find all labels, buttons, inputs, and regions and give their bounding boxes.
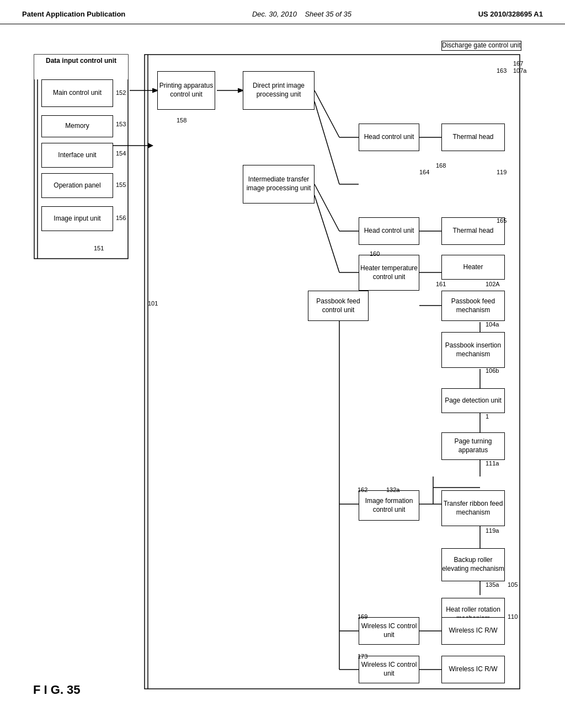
ref-161: 161 (436, 281, 446, 287)
ref-102A: 102A (486, 281, 500, 287)
ref-167: 167 (513, 60, 523, 67)
ref-132a: 132a (386, 486, 399, 493)
ref-162: 162 (358, 486, 367, 493)
page-detection-unit-box: Page detection unit (441, 388, 505, 413)
fig-label: F I G. 35 (33, 683, 81, 697)
operation-panel-box: Operation panel (41, 173, 113, 198)
header-middle: Dec. 30, 2010 Sheet 35 of 35 (252, 10, 351, 18)
wireless-ic-rw-1-box: Wireless IC R/W (441, 617, 505, 645)
ref-152: 152 (116, 89, 126, 96)
passbook-feed-mechanism-box: Passbook feed mechanism (441, 291, 505, 321)
ref-158: 158 (177, 117, 186, 124)
wireless-ic-control-unit-2-box: Wireless IC control unit (359, 656, 419, 683)
thermal-head-1-box: Thermal head (441, 124, 505, 151)
ref-168: 168 (436, 162, 446, 169)
thermal-head-2-box: Thermal head (441, 217, 505, 245)
memory-box: Memory (41, 115, 113, 137)
direct-print-image-processing-unit-box: Direct print image processing unit (243, 71, 315, 110)
ref-104a: 104a (486, 321, 499, 328)
header-right: US 2010/328695 A1 (478, 10, 543, 18)
ref-106b: 106b (486, 367, 499, 374)
head-control-unit-1-box: Head control unit (359, 124, 419, 151)
ref-105: 105 (508, 581, 518, 588)
main-control-unit-box: Main control unit (41, 79, 113, 107)
ref-163: 163 (497, 67, 507, 74)
printing-apparatus-control-unit-box: Printing apparatus control unit (157, 71, 215, 110)
wireless-ic-control-unit-1-box: Wireless IC control unit (359, 617, 419, 645)
ref-107a: 107a (513, 67, 526, 74)
svg-line-10 (315, 101, 339, 184)
image-formation-control-unit-box: Image formation control unit (359, 490, 419, 521)
ref-156: 156 (116, 215, 126, 221)
intermediate-transfer-box: Intermediate transfer image processing u… (243, 165, 315, 204)
ref-1: 1 (486, 413, 489, 420)
ref-135a: 135a (486, 581, 499, 588)
svg-line-16 (315, 195, 339, 272)
image-input-unit-box: Image input unit (41, 206, 113, 231)
ref-110: 110 (508, 613, 518, 620)
interface-unit-box: Interface unit (41, 143, 113, 168)
ref-111a: 111a (486, 460, 499, 467)
ref-151: 151 (94, 245, 104, 251)
backup-roller-elevating-mechanism-box: Backup roller elevating mechanism (441, 548, 505, 581)
ref-160: 160 (370, 250, 380, 257)
svg-line-8 (315, 90, 339, 137)
passbook-insertion-mechanism-box: Passbook insertion mechanism (441, 332, 505, 368)
passbook-feed-control-unit-box: Passbook feed control unit (308, 291, 369, 321)
header-left: Patent Application Publication (22, 10, 125, 18)
ref-153: 153 (116, 121, 126, 127)
ref-119: 119 (497, 169, 507, 175)
heater-temp-control-unit-box: Heater temperature control unit (359, 255, 419, 291)
heater-box: Heater (441, 255, 505, 280)
discharge-gate-control-unit-box: Discharge gate control unit (441, 41, 521, 51)
ref-169: 169 (358, 613, 367, 620)
svg-line-13 (315, 184, 339, 231)
svg-marker-6 (148, 143, 153, 148)
ref-119a: 119a (486, 527, 499, 534)
ref-165: 165 (497, 217, 507, 224)
transfer-ribbon-feed-mechanism-box: Transfer ribbon feed mechanism (441, 490, 505, 526)
ref-164: 164 (419, 169, 429, 175)
page-header: Patent Application Publication Dec. 30, … (0, 0, 565, 24)
data-input-control-unit-box: Data input control unit (34, 55, 128, 79)
ref-154: 154 (116, 150, 126, 157)
ref-173: 173 (358, 653, 367, 660)
head-control-unit-2-box: Head control unit (359, 217, 419, 245)
page-turning-apparatus-box: Page turning apparatus (441, 432, 505, 460)
ref-155: 155 (116, 181, 126, 188)
ref-101: 101 (148, 300, 158, 307)
wireless-ic-rw-2-box: Wireless IC R/W (441, 656, 505, 683)
